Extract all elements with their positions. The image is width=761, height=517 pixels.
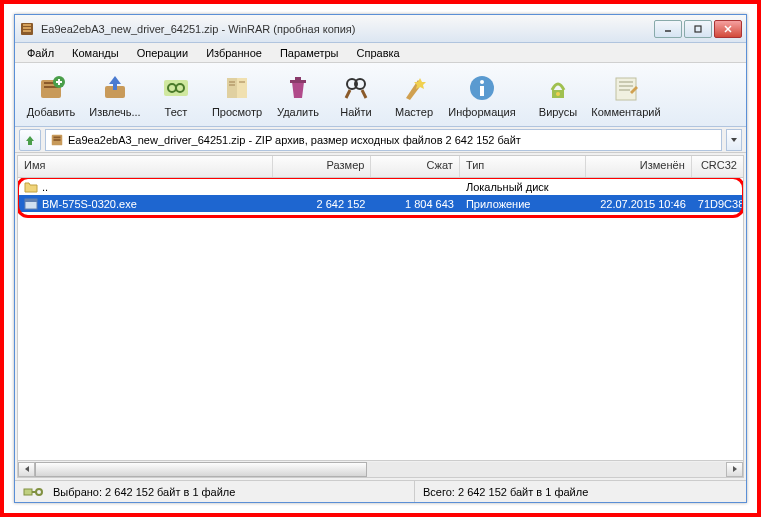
exe-icon (24, 197, 38, 211)
titlebar[interactable]: Ea9ea2ebA3_new_driver_64251.zip - WinRAR… (15, 15, 746, 43)
row-type: Локальный диск (460, 180, 586, 194)
maximize-button[interactable] (684, 20, 712, 38)
svg-point-31 (480, 80, 484, 84)
file-list: Имя Размер Сжат Тип Изменён CRC32 .. Лок… (17, 155, 744, 478)
col-name[interactable]: Имя (18, 156, 273, 177)
test-icon (160, 72, 192, 104)
svg-rect-19 (237, 78, 247, 98)
svg-line-27 (346, 90, 350, 98)
column-headers: Имя Размер Сжат Тип Изменён CRC32 (18, 156, 743, 178)
svg-rect-2 (23, 27, 31, 29)
row-crc: 71D9C38 (692, 197, 743, 211)
address-field[interactable]: Ea9ea2ebA3_new_driver_64251.zip - ZIP ар… (45, 129, 722, 151)
status-left: Выбрано: 2 642 152 байт в 1 файле (15, 481, 415, 502)
list-row-parent[interactable]: .. Локальный диск (18, 178, 743, 195)
svg-rect-3 (23, 30, 31, 32)
menu-help[interactable]: Справка (349, 45, 408, 61)
close-button[interactable] (714, 20, 742, 38)
winrar-window: Ea9ea2ebA3_new_driver_64251.zip - WinRAR… (14, 14, 747, 503)
toolbar-separator (521, 71, 529, 119)
svg-rect-32 (480, 86, 484, 96)
col-packed[interactable]: Сжат (371, 156, 459, 177)
tool-virus[interactable]: Вирусы (529, 66, 587, 124)
toolbar: Добавить Извлечь... Тест Просмотр Удалит… (15, 63, 746, 127)
scroll-left-button[interactable] (18, 462, 35, 477)
selection-icon (23, 485, 47, 499)
chevron-down-icon (730, 136, 738, 144)
tool-view-label: Просмотр (212, 106, 262, 118)
row-name: BM-575S-0320.exe (42, 198, 137, 210)
address-text: Ea9ea2ebA3_new_driver_64251.zip - ZIP ар… (68, 134, 521, 146)
menubar: Файл Команды Операции Избранное Параметр… (15, 43, 746, 63)
tool-extract-label: Извлечь... (89, 106, 140, 118)
col-type[interactable]: Тип (460, 156, 586, 177)
list-row-file[interactable]: BM-575S-0320.exe 2 642 152 1 804 643 При… (18, 195, 743, 212)
col-modified[interactable]: Изменён (586, 156, 692, 177)
row-type: Приложение (460, 197, 586, 211)
row-modified: 22.07.2015 10:46 (586, 197, 692, 211)
svg-rect-5 (695, 26, 701, 32)
svg-rect-24 (295, 77, 301, 80)
list-body[interactable]: .. Локальный диск BM-575S-0320.exe 2 642… (18, 178, 743, 460)
svg-rect-41 (54, 139, 61, 141)
row-size (273, 186, 371, 188)
tool-wizard[interactable]: Мастер (385, 66, 443, 124)
app-icon (19, 21, 35, 37)
wizard-icon (398, 72, 430, 104)
status-right-text: Всего: 2 642 152 байт в 1 файле (423, 486, 588, 498)
status-left-text: Выбрано: 2 642 152 байт в 1 файле (53, 486, 235, 498)
tool-info[interactable]: Информация (443, 66, 521, 124)
address-bar: Ea9ea2ebA3_new_driver_64251.zip - ZIP ар… (15, 127, 746, 153)
window-title: Ea9ea2ebA3_new_driver_64251.zip - WinRAR… (41, 23, 654, 35)
tool-find-label: Найти (340, 106, 371, 118)
tool-view[interactable]: Просмотр (205, 66, 269, 124)
tool-delete-label: Удалить (277, 106, 319, 118)
annotation-border: Ea9ea2ebA3_new_driver_64251.zip - WinRAR… (0, 0, 761, 517)
scroll-thumb[interactable] (35, 462, 367, 477)
view-icon (221, 72, 253, 104)
extract-icon (99, 72, 131, 104)
up-button[interactable] (19, 129, 41, 151)
statusbar: Выбрано: 2 642 152 байт в 1 файле Всего:… (15, 480, 746, 502)
col-size[interactable]: Размер (273, 156, 371, 177)
row-crc (692, 186, 743, 188)
scroll-track[interactable] (35, 462, 726, 477)
tool-test[interactable]: Тест (147, 66, 205, 124)
menu-commands[interactable]: Команды (64, 45, 127, 61)
tool-virus-label: Вирусы (539, 106, 577, 118)
menu-file[interactable]: Файл (19, 45, 62, 61)
tool-extract[interactable]: Извлечь... (83, 66, 147, 124)
svg-rect-23 (290, 80, 306, 83)
comment-icon (610, 72, 642, 104)
status-right: Всего: 2 642 152 байт в 1 файле (415, 481, 746, 502)
tool-find[interactable]: Найти (327, 66, 385, 124)
tool-delete[interactable]: Удалить (269, 66, 327, 124)
row-packed (371, 186, 459, 188)
minimize-button[interactable] (654, 20, 682, 38)
tool-comment[interactable]: Комментарий (587, 66, 665, 124)
tool-add[interactable]: Добавить (19, 66, 83, 124)
tool-comment-label: Комментарий (591, 106, 660, 118)
address-dropdown[interactable] (726, 129, 742, 151)
virus-icon (542, 72, 574, 104)
col-crc[interactable]: CRC32 (692, 156, 743, 177)
delete-icon (282, 72, 314, 104)
menu-options[interactable]: Параметры (272, 45, 347, 61)
archive-icon (50, 133, 64, 147)
menu-favorites[interactable]: Избранное (198, 45, 270, 61)
svg-rect-40 (54, 136, 61, 138)
row-name: .. (42, 181, 48, 193)
svg-line-28 (362, 90, 366, 98)
menu-operations[interactable]: Операции (129, 45, 196, 61)
tool-wizard-label: Мастер (395, 106, 433, 118)
tool-test-label: Тест (165, 106, 188, 118)
add-icon (35, 72, 67, 104)
scroll-right-button[interactable] (726, 462, 743, 477)
folder-up-icon (24, 180, 38, 194)
horizontal-scrollbar[interactable] (18, 460, 743, 477)
svg-rect-44 (24, 489, 32, 495)
svg-rect-1 (23, 24, 31, 26)
window-buttons (654, 20, 742, 38)
row-modified (586, 186, 692, 188)
svg-rect-43 (25, 199, 37, 202)
